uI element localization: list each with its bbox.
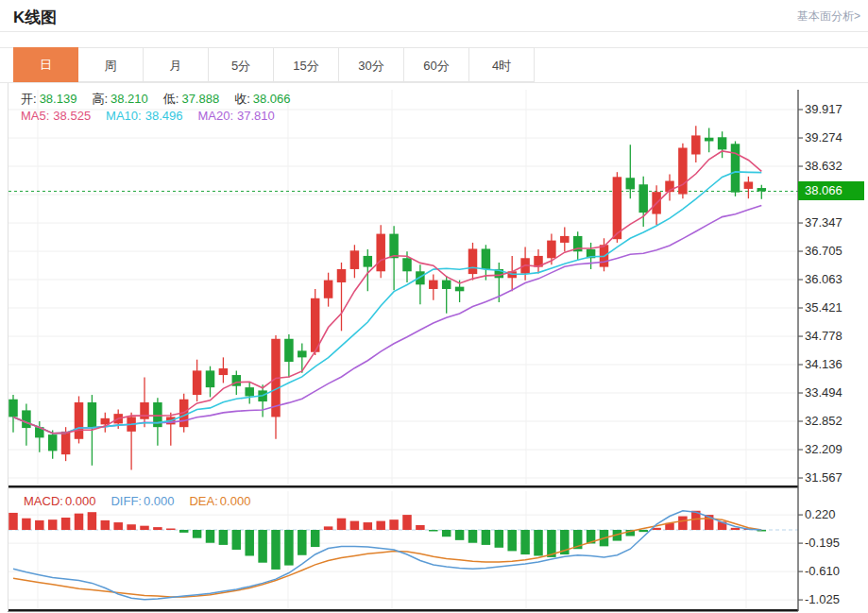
macd-bar bbox=[101, 520, 111, 530]
price-tick-label: 39.274 bbox=[805, 129, 865, 146]
macd-bar bbox=[22, 519, 31, 530]
dea-legend: DEA:0.000 bbox=[189, 494, 250, 508]
tab-30分[interactable]: 30分 bbox=[339, 47, 404, 82]
candle-body bbox=[691, 135, 701, 154]
tab-60分[interactable]: 60分 bbox=[404, 47, 469, 82]
price-tick-label: 39.917 bbox=[805, 101, 865, 118]
macd-bar bbox=[495, 530, 504, 548]
candle-body bbox=[9, 400, 18, 417]
tab-15分[interactable]: 15分 bbox=[274, 47, 339, 82]
macd-bar bbox=[232, 530, 242, 550]
low-value: 低:37.888 bbox=[163, 92, 219, 106]
macd-bar bbox=[61, 518, 71, 530]
price-tick-label: 32.209 bbox=[805, 441, 865, 458]
candle-body bbox=[468, 248, 478, 274]
ma20-legend: MA20:37.810 bbox=[197, 109, 274, 123]
period-tabs: 日周月5分15分30分60分4时 bbox=[13, 47, 535, 82]
macd-bar bbox=[402, 515, 412, 530]
tab-4时[interactable]: 4时 bbox=[469, 47, 535, 82]
macd-bar bbox=[153, 527, 162, 530]
page-title: K线图 bbox=[13, 7, 57, 28]
macd-bar bbox=[482, 530, 491, 545]
macd-bar bbox=[166, 529, 176, 531]
candle-body bbox=[402, 258, 412, 271]
candle-body bbox=[442, 281, 451, 289]
candle-body bbox=[429, 281, 438, 289]
kline-page: K线图 基本面分析> 日周月5分15分30分60分4时 开:38.139高:38… bbox=[0, 0, 868, 613]
macd-bar bbox=[9, 513, 18, 530]
macd-bar bbox=[35, 520, 44, 530]
macd-bar bbox=[127, 524, 136, 530]
bottom-border bbox=[8, 609, 798, 612]
macd-bar bbox=[245, 530, 254, 555]
diff-line bbox=[13, 511, 761, 600]
candle-body bbox=[140, 402, 149, 419]
candle-body bbox=[705, 138, 714, 142]
macd-bar bbox=[389, 519, 399, 530]
candle-body bbox=[219, 368, 229, 375]
price-tick-label: 35.421 bbox=[805, 299, 865, 316]
open-value: 开:38.139 bbox=[21, 92, 77, 106]
tab-月[interactable]: 月 bbox=[144, 47, 209, 82]
macd-bar bbox=[219, 530, 229, 545]
macd-bar bbox=[468, 530, 478, 543]
candle-body bbox=[560, 236, 570, 243]
macd-tick-label: 0.220 bbox=[805, 506, 865, 523]
candle-body bbox=[757, 188, 767, 191]
tab-周[interactable]: 周 bbox=[78, 47, 144, 82]
candle-body bbox=[75, 402, 84, 439]
candle-body bbox=[364, 256, 373, 267]
candle-body bbox=[455, 287, 465, 292]
candle-body bbox=[718, 137, 727, 149]
price-tick-label: 36.063 bbox=[805, 271, 865, 288]
diff-legend: DIFF:0.000 bbox=[111, 494, 174, 508]
price-tick-label: 36.705 bbox=[805, 243, 865, 260]
candle-body bbox=[638, 184, 648, 213]
candle-body bbox=[350, 250, 360, 269]
candle-body bbox=[324, 281, 333, 298]
macd-tick-label: -1.025 bbox=[805, 591, 865, 608]
tab-5分[interactable]: 5分 bbox=[209, 47, 274, 82]
price-tick-label: 34.136 bbox=[805, 356, 865, 373]
macd-bar bbox=[284, 530, 294, 566]
macd-bar bbox=[416, 525, 425, 530]
macd-bar bbox=[337, 519, 347, 530]
candle-body bbox=[298, 350, 307, 357]
macd-bar bbox=[429, 530, 438, 532]
price-tick-label: 32.852 bbox=[805, 413, 865, 430]
candle-body bbox=[744, 181, 754, 188]
current-price-badge: 38.066 bbox=[798, 181, 864, 200]
fundamental-analysis-link[interactable]: 基本面分析> bbox=[797, 9, 860, 25]
macd-bar bbox=[75, 514, 84, 530]
price-tick-label: 33.494 bbox=[805, 384, 865, 401]
price-tick-label: 37.347 bbox=[805, 214, 865, 231]
candle-body bbox=[284, 339, 294, 362]
macd-bar bbox=[442, 530, 451, 536]
candle-body bbox=[547, 241, 556, 259]
tab-日[interactable]: 日 bbox=[13, 47, 78, 82]
ma10-legend: MA10:38.496 bbox=[106, 109, 182, 123]
candle-body bbox=[206, 370, 215, 387]
macd-bar bbox=[507, 530, 517, 551]
tabbar-bottom-border bbox=[0, 82, 868, 83]
candle-body bbox=[48, 434, 58, 451]
ma20-line bbox=[13, 205, 761, 433]
candle-body bbox=[678, 147, 688, 194]
candle-body bbox=[482, 248, 491, 268]
candle-body bbox=[389, 234, 399, 259]
candle-body bbox=[731, 144, 740, 192]
macd-bar bbox=[113, 522, 123, 530]
macd-bar bbox=[376, 521, 385, 530]
candle-body bbox=[193, 370, 202, 395]
ma5-legend: MA5:38.525 bbox=[21, 109, 91, 123]
chart-left-border bbox=[8, 83, 9, 611]
panel-separator bbox=[8, 485, 798, 488]
ohlc-legend: 开:38.139高:38.210低:37.888收:38.066 bbox=[21, 91, 306, 108]
macd-bar bbox=[520, 530, 530, 554]
high-value: 高:38.210 bbox=[92, 92, 147, 106]
macd-bar bbox=[534, 530, 543, 555]
macd-bar bbox=[311, 530, 320, 547]
macd-bar bbox=[731, 528, 740, 530]
macd-bar bbox=[48, 519, 58, 530]
macd-bar bbox=[179, 530, 189, 533]
